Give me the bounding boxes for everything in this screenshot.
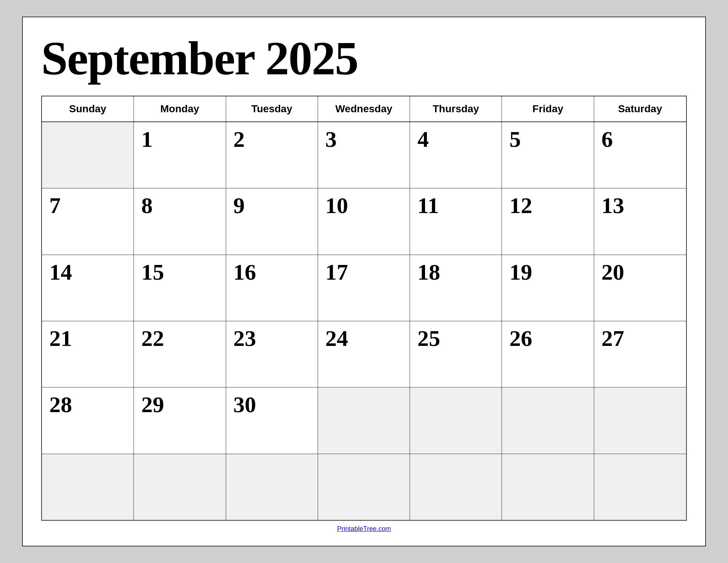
- week-row-1: 123456: [42, 122, 686, 188]
- week-row-3: 14151617181920: [42, 255, 686, 321]
- day-number: 23: [233, 327, 256, 350]
- day-number: 18: [417, 261, 440, 283]
- day-cell: 30: [226, 387, 318, 453]
- day-cell: 10: [318, 188, 410, 254]
- calendar-title: September 2025: [41, 32, 687, 85]
- day-number: 27: [602, 327, 624, 350]
- calendar-page: September 2025 SundayMondayTuesdayWednes…: [22, 17, 706, 546]
- day-header-sunday: Sunday: [42, 96, 134, 121]
- day-cell: 18: [410, 255, 502, 321]
- day-cell: 15: [134, 255, 226, 321]
- week-row-4: 21222324252627: [42, 321, 686, 387]
- day-cell: 13: [594, 188, 686, 254]
- day-number: 11: [417, 194, 439, 217]
- day-cell: 4: [410, 122, 502, 188]
- day-cell: 7: [42, 188, 134, 254]
- day-number: 16: [233, 261, 256, 283]
- day-cell: 26: [502, 321, 594, 387]
- day-number: 21: [49, 327, 72, 350]
- day-cell: [42, 122, 134, 188]
- day-cell: 17: [318, 255, 410, 321]
- day-number: 15: [141, 261, 164, 283]
- day-number: 1: [141, 128, 153, 151]
- day-cell: 27: [594, 321, 686, 387]
- day-cell: [410, 454, 502, 520]
- day-number: 17: [325, 261, 348, 283]
- day-cell: [42, 454, 134, 520]
- day-number: 10: [325, 194, 348, 217]
- day-number: 4: [417, 128, 429, 151]
- day-number: 24: [325, 327, 348, 350]
- weeks-container: 1234567891011121314151617181920212223242…: [42, 122, 686, 520]
- day-number: 8: [141, 194, 153, 217]
- day-cell: [410, 387, 502, 453]
- day-header-tuesday: Tuesday: [226, 96, 318, 121]
- day-number: 22: [141, 327, 164, 350]
- day-cell: 6: [594, 122, 686, 188]
- day-number: 20: [602, 261, 624, 283]
- day-number: 6: [602, 128, 613, 151]
- day-number: 5: [509, 128, 521, 151]
- week-row-6: [42, 454, 686, 520]
- day-cell: 9: [226, 188, 318, 254]
- day-cell: 2: [226, 122, 318, 188]
- day-cell: [502, 387, 594, 453]
- day-cell: 14: [42, 255, 134, 321]
- calendar-grid: SundayMondayTuesdayWednesdayThursdayFrid…: [41, 96, 687, 521]
- week-row-2: 78910111213: [42, 188, 686, 255]
- day-cell: 11: [410, 188, 502, 254]
- day-number: 30: [233, 393, 256, 416]
- day-header-wednesday: Wednesday: [318, 96, 410, 121]
- day-number: 26: [509, 327, 532, 350]
- day-header-friday: Friday: [502, 96, 594, 121]
- day-cell: 19: [502, 255, 594, 321]
- day-number: 29: [141, 393, 164, 416]
- day-cell: 8: [134, 188, 226, 254]
- day-header-thursday: Thursday: [410, 96, 502, 121]
- day-cell: 21: [42, 321, 134, 387]
- day-cell: 23: [226, 321, 318, 387]
- day-cell: [502, 454, 594, 520]
- day-cell: 29: [134, 387, 226, 453]
- day-header-saturday: Saturday: [594, 96, 686, 121]
- day-number: 13: [602, 194, 624, 217]
- day-cell: 24: [318, 321, 410, 387]
- day-cell: [318, 454, 410, 520]
- day-number: 14: [49, 261, 72, 283]
- day-number: 7: [49, 194, 61, 217]
- day-header-monday: Monday: [134, 96, 226, 121]
- footer: PrintableTree.com: [41, 521, 687, 535]
- day-number: 9: [233, 194, 245, 217]
- day-cell: [594, 454, 686, 520]
- day-number: 12: [509, 194, 532, 217]
- day-cell: [594, 387, 686, 453]
- day-cell: 16: [226, 255, 318, 321]
- day-cell: 22: [134, 321, 226, 387]
- day-number: 2: [233, 128, 245, 151]
- day-cell: 25: [410, 321, 502, 387]
- day-number: 25: [417, 327, 440, 350]
- day-cell: 3: [318, 122, 410, 188]
- day-cell: 12: [502, 188, 594, 254]
- day-cell: 5: [502, 122, 594, 188]
- week-row-5: 282930: [42, 387, 686, 454]
- day-cell: [318, 387, 410, 453]
- day-headers: SundayMondayTuesdayWednesdayThursdayFrid…: [42, 96, 686, 122]
- day-number: 19: [509, 261, 532, 283]
- day-cell: [226, 454, 318, 520]
- day-cell: 1: [134, 122, 226, 188]
- day-cell: 28: [42, 387, 134, 453]
- day-cell: [134, 454, 226, 520]
- footer-link[interactable]: PrintableTree.com: [337, 525, 391, 532]
- day-number: 3: [325, 128, 337, 151]
- day-cell: 20: [594, 255, 686, 321]
- day-number: 28: [49, 393, 72, 416]
